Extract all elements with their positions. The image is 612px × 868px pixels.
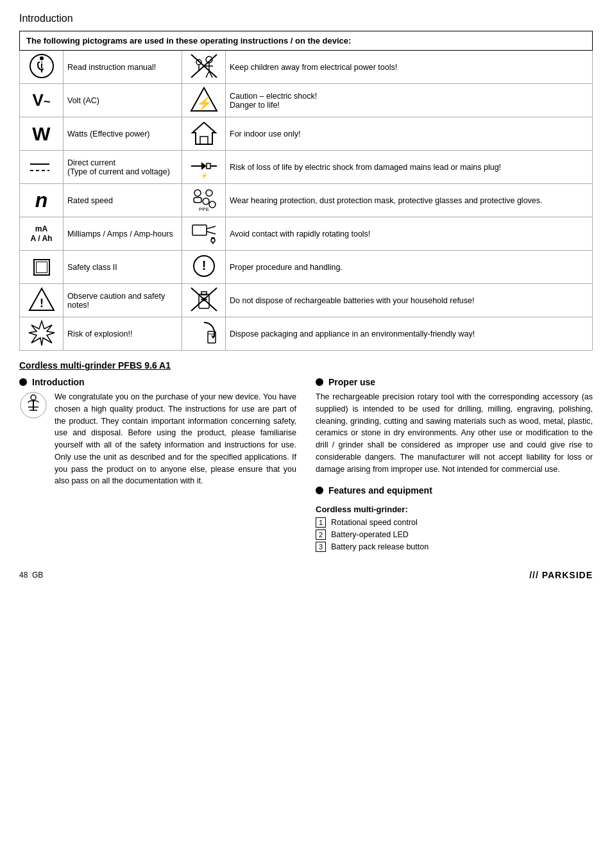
text-watts: Watts (Effective power) [64,117,182,151]
text-rated-speed: Rated speed [64,184,182,217]
features-sub-heading: Cordless multi-grinder: [316,505,593,514]
proper-use-section: Proper use The rechargeable precision ro… [316,377,593,554]
feature-num-3: 3 [316,542,326,552]
feature-text-1: Rotational speed control [331,518,418,527]
text-electric-shock-mains: Risk of loss of life by electric shock f… [226,151,593,184]
introduction-heading: Introduction [19,377,296,387]
svg-marker-14 [192,122,216,144]
icon-safety-class [20,251,64,284]
features-heading: Features and equipment [316,485,593,496]
text-read-manual: Read instruction manual! [64,51,182,84]
svg-text:PPE: PPE [198,206,208,212]
text-caution-electric: Caution – electric shock! Danger to life… [226,84,593,117]
svg-rect-21 [194,197,201,203]
svg-line-8 [206,71,209,78]
proper-use-text: The rechargeable precision rotary tool w… [316,391,593,475]
icon-rated-speed: n [20,184,64,217]
footer: 48 GB /// PARKSIDE [19,567,593,580]
svg-point-22 [206,190,212,196]
svg-line-28 [207,231,216,234]
introduction-text: We congratulate you on the purchase of y… [55,391,296,487]
text-wear-protection: Wear hearing protection, dust protection… [226,184,593,217]
icon-caution-electric: ⚡ [182,84,226,117]
svg-point-24 [203,198,209,204]
text-safety-class: Safety class II [64,251,182,284]
pictogram-table: The following pictograms are used in the… [19,31,593,351]
icon-no-battery-dispose [182,284,226,317]
table-row: Safety class II ! Proper procedure and h… [20,251,593,284]
list-item: 3 Battery pack release button [316,542,593,552]
svg-point-45 [31,395,36,400]
page-header: Introduction [19,13,593,24]
svg-point-20 [194,190,201,196]
table-row: mAA / Ah Milliamps / Amps / Amp-hours Av… [20,217,593,251]
svg-rect-17 [207,163,210,169]
table-row: i Read instruction manual! Keep children [20,51,593,84]
text-eco-dispose: Dispose packaging and appliance in an en… [226,317,593,351]
list-item: 2 Battery-operated LED [316,530,593,540]
svg-rect-15 [200,137,208,144]
svg-text:!: ! [201,258,206,272]
text-indoor-only: For indoor use only! [226,117,593,151]
icon-direct-current [20,151,64,184]
icon-explosion [20,317,64,351]
proper-use-heading: Proper use [316,377,593,387]
text-no-battery-dispose: Do not dispose of rechargeable batteries… [226,284,593,317]
svg-point-29 [211,238,215,242]
icon-rotating-tools [182,217,226,251]
feature-text-3: Battery pack release button [331,542,429,551]
svg-point-23 [209,201,216,208]
text-keep-children: Keep children away from electrical power… [226,51,593,84]
feature-num-2: 2 [316,530,326,540]
icon-indoor-only [182,117,226,151]
svg-line-27 [207,226,216,229]
table-row: V~ Volt (AC) ⚡ Caution – electric shock!… [20,84,593,117]
feature-text-2: Battery-operated LED [331,530,409,539]
svg-rect-39 [201,292,207,295]
icon-watts: W [20,117,64,151]
pictogram-table-header: The following pictograms are used in the… [20,31,593,51]
intro-icon [19,391,48,420]
text-proper-procedure: Proper procedure and handling. [226,251,593,284]
page-number: 48 GB [19,571,43,580]
svg-text:!: ! [40,297,44,310]
brand-logo: /// PARKSIDE [529,570,593,580]
text-direct-current: Direct current (Type of current and volt… [64,151,182,184]
introduction-section: Introduction We congratulate you on the … [19,377,296,554]
text-caution-safety: Observe caution and safety notes! [64,284,182,317]
table-row: Direct current (Type of current and volt… [20,151,593,184]
svg-text:i: i [40,60,43,71]
feature-num-1: 1 [316,517,326,528]
features-list: 1 Rotational speed control 2 Battery-ope… [316,517,593,552]
icon-proper-procedure: ! [182,251,226,284]
text-explosion: Risk of explosion!! [64,317,182,351]
icon-electric-shock-mains: ⚡ [182,151,226,184]
table-row: Risk of explosion!! Dispose packaging an… [20,317,593,351]
list-item: 1 Rotational speed control [316,517,593,528]
svg-text:⚡: ⚡ [200,172,208,179]
icon-read-manual: i [20,51,64,84]
svg-text:⚡: ⚡ [196,96,212,111]
icon-keep-children [182,51,226,84]
icon-milliamps: mAA / Ah [20,217,64,251]
table-row: ! Observe caution and safety notes! Do n… [20,284,593,317]
table-row: W Watts (Effective power) For indoor use… [20,117,593,151]
icon-wear-protection: PPE [182,184,226,217]
icon-caution-safety: ! [20,284,64,317]
icon-eco-dispose [182,317,226,351]
table-row: n Rated speed PPE Wear hearin [20,184,593,217]
svg-rect-26 [192,225,207,235]
text-milliamps: Milliamps / Amps / Amp-hours [64,217,182,251]
icon-volt-ac: V~ [20,84,64,117]
product-title: Cordless multi-grinder PFBS 9.6 A1 [19,360,593,371]
text-rotating-tools: Avoid contact with rapidly rotating tool… [226,217,593,251]
text-volt-ac: Volt (AC) [64,84,182,117]
